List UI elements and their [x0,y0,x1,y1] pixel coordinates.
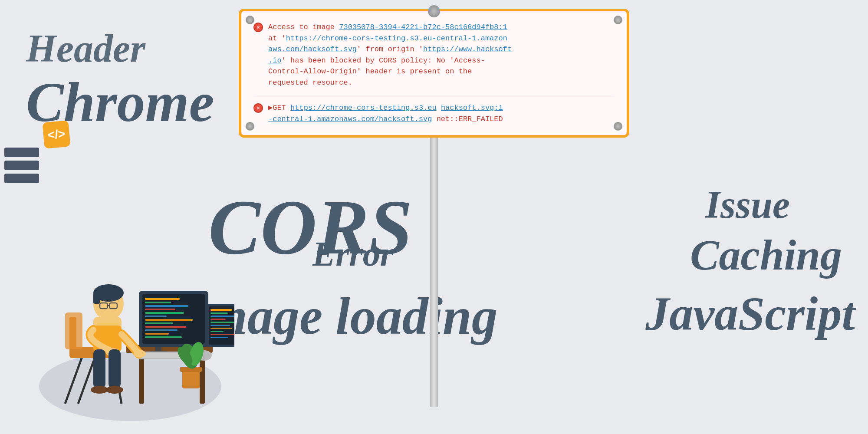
word-header: Header [26,26,145,71]
svg-rect-23 [145,329,178,331]
svg-rect-29 [210,312,228,314]
error-entry-1: ✕ Access to image 73035078-3394-4221-b72… [253,22,615,88]
error-icon-1: ✕ [253,23,263,32]
bolt-br [614,122,622,131]
word-caching: Caching [690,230,842,280]
svg-rect-52 [93,349,105,388]
svg-rect-22 [145,326,186,328]
svg-rect-33 [210,325,230,326]
svg-rect-46 [93,293,100,304]
svg-rect-31 [210,319,226,320]
bolt-tl [246,16,254,24]
svg-rect-28 [210,309,232,311]
decorative-block-1 [4,148,39,157]
developer-illustration [26,156,234,425]
error-link-1: 73035078-3394-4221-b72c-58c166d94fb8:1 [339,23,507,31]
svg-rect-21 [145,322,173,324]
svg-rect-17 [145,309,175,310]
error-text-1: Access to image 73035078-3394-4221-b72c-… [268,22,615,88]
error-link-5: hacksoft.svg:1 [441,104,503,112]
svg-rect-24 [145,333,169,335]
svg-rect-25 [145,336,182,338]
svg-rect-15 [145,302,171,303]
svg-rect-20 [145,319,193,321]
code-icon: </> [42,120,70,148]
error-link-6: -central-1.amazonaws.com/hacksoft.svg [268,115,432,123]
error-text-2: ▶GET https://chrome-cors-testing.s3.eu h… [268,102,615,125]
svg-point-55 [106,386,123,394]
bolt-tr [614,16,622,24]
error-link-4: https://chrome-cors-testing.s3.eu [290,104,437,112]
svg-rect-32 [210,322,234,323]
svg-rect-16 [145,305,188,307]
svg-rect-35 [210,331,224,332]
svg-rect-19 [145,316,167,317]
svg-rect-36 [210,334,234,335]
billboard-pole [430,138,438,407]
svg-rect-34 [210,328,232,329]
word-issue: Issue [705,182,790,227]
svg-rect-37 [210,337,228,338]
svg-rect-30 [210,316,234,317]
bolt-bl [246,122,254,131]
svg-rect-14 [145,298,180,300]
billboard-sign: ✕ Access to image 73035078-3394-4221-b72… [239,9,629,138]
svg-rect-53 [108,349,121,388]
error-divider [253,96,615,96]
billboard-container: ✕ Access to image 73035078-3394-4221-b72… [239,0,629,407]
svg-point-54 [91,386,108,394]
error-icon-2: ✕ [253,103,263,113]
svg-rect-6 [65,312,82,349]
word-javascript: JavaScript [645,286,855,342]
svg-rect-18 [145,312,184,314]
error-entry-2: ✕ ▶GET https://chrome-cors-testing.s3.eu… [253,102,615,125]
svg-point-51 [134,350,146,358]
bolt-top [428,5,440,17]
